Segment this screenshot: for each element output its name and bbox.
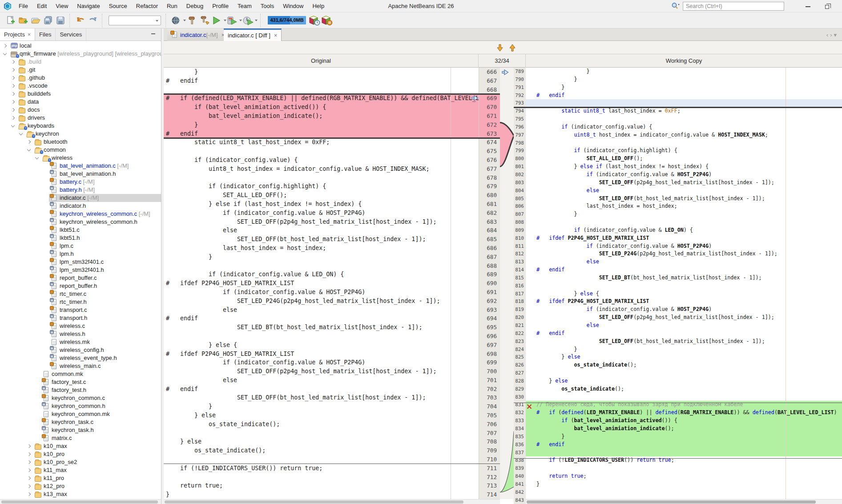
tree-item-builddefs[interactable]: builddefs [0,90,161,98]
tree-item-wireless-mk[interactable]: wireless.mk [0,338,161,346]
tree-item-bat-level-animation-c[interactable]: Cbat_level_animation.c [-/M] [0,162,161,170]
memory-usage-indicator[interactable]: 431,6/744,0MB [268,16,306,24]
configuration-combobox[interactable] [109,16,161,25]
menu-run[interactable]: Run [162,0,182,12]
tree-item--github[interactable]: .github [0,74,161,82]
tab-scroll-controls[interactable]: ‹›▾ [826,32,838,38]
menu-refactor[interactable]: Refactor [132,0,162,12]
expand-arrow-icon[interactable] [27,476,31,480]
close-icon[interactable]: × [28,32,31,38]
search-input[interactable] [683,2,784,11]
menu-edit[interactable]: Edit [32,0,51,12]
tree-item-lpm-stm32f401-c[interactable]: Clpm_stm32f401.c [0,258,161,266]
tree-item-lpm-h[interactable]: Hlpm.h [0,250,161,258]
expand-arrow-icon[interactable] [3,44,7,48]
menu-help[interactable]: Help [308,0,329,12]
tab-files[interactable]: Files [35,28,56,40]
expand-arrow-icon[interactable] [11,92,15,96]
collapse-arrow-icon[interactable] [19,132,23,135]
tree-item-bat-level-animation-h[interactable]: Hbat_level_animation.h [0,170,161,178]
menu-profile[interactable]: Profile [208,0,233,12]
open-project-button[interactable] [29,14,42,27]
search-icon[interactable] [671,2,680,9]
next-difference-button[interactable] [495,43,505,52]
new-file-button[interactable] [4,14,17,27]
tree-item-indicator-c[interactable]: Cindicator.c [-/M] [0,194,161,202]
tree-item-k10-pro[interactable]: k10_pro [0,450,161,458]
tree-item-drivers[interactable]: drivers [0,114,161,122]
tree-item-battery-c[interactable]: Cbattery.c [-/M] [0,178,161,186]
tree-item-keychron-wireless-common-h[interactable]: Hkeychron_wireless_common.h [0,218,161,226]
previous-difference-button[interactable] [507,43,518,52]
expand-arrow-icon[interactable] [27,492,31,496]
vm-pause-icon[interactable] [321,14,334,27]
tab-projects[interactable]: Projects× [0,28,35,40]
undo-button[interactable] [74,14,87,27]
collapse-arrow-icon[interactable] [11,124,15,127]
save-button[interactable] [54,14,67,27]
tree-item-wireless-config-h[interactable]: Hwireless_config.h [0,346,161,354]
debug-project-button[interactable] [226,14,239,27]
menu-file[interactable]: File [14,0,32,12]
expand-arrow-icon[interactable] [11,76,15,80]
collapse-arrow-icon[interactable] [35,156,39,159]
tree-item--build[interactable]: .build [0,58,161,66]
menu-debug[interactable]: Debug [182,0,208,12]
tree-item-k12-pro[interactable]: k12_pro [0,482,161,490]
tree-item-factory-test-c[interactable]: Cfactory_test.c [0,378,161,386]
expand-arrow-icon[interactable] [27,460,31,464]
original-hscrollbar[interactable] [164,499,500,504]
tree-item-wireless-event-type-h[interactable]: Hwireless_event_type.h [0,354,161,362]
minimize-button[interactable] [801,3,814,10]
sidebar-hscrollbar[interactable] [0,499,161,504]
tree-item-wireless-main-c[interactable]: Cwireless_main.c [0,362,161,370]
tree-item-keychron-task-c[interactable]: Ckeychron_task.c [0,418,161,426]
tree-item-keychron[interactable]: keychron [0,130,161,138]
tree-item-transport-c[interactable]: Ctransport.c [0,306,161,314]
tree-item-k11-pro[interactable]: k11_pro [0,474,161,482]
tree-item-keychron-common-c[interactable]: Ckeychron_common.c [0,394,161,402]
expand-arrow-icon[interactable] [27,484,31,488]
tree-item-lkbt51-c[interactable]: Clkbt51.c [0,226,161,234]
tree-item-common[interactable]: common [0,146,161,154]
expand-arrow-icon[interactable] [11,100,15,104]
expand-arrow-icon[interactable] [11,116,15,120]
expand-arrow-icon[interactable] [11,68,15,72]
tree-item-lkbt51-h[interactable]: Hlkbt51.h [0,234,161,242]
clean-build-project-button[interactable] [198,14,211,27]
apply-diff-arrow-icon[interactable] [471,95,479,101]
apply-diff-arrow-icon[interactable] [502,69,509,75]
collapse-arrow-icon[interactable] [3,52,7,55]
original-code-pane[interactable]: }# endif# if (defined(LED_MATRIX_ENABLE)… [164,68,479,499]
menu-team[interactable]: Team [233,0,256,12]
tree-item-factory-test-h[interactable]: Hfactory_test.h [0,386,161,394]
menu-tools[interactable]: Tools [256,0,278,12]
menu-view[interactable]: View [51,0,73,12]
tree-item-bluetooth[interactable]: bluetooth [0,138,161,146]
expand-arrow-icon[interactable] [27,468,31,472]
run-project-button[interactable] [211,14,223,27]
tree-item-rtc-timer-c[interactable]: Crtc_timer.c [0,290,161,298]
tree-item-keychron-wireless-common-c[interactable]: Ckeychron_wireless_common.c [-/M] [0,210,161,218]
tree-item--git[interactable]: .git [0,66,161,74]
working-copy-code-pane[interactable]: } } }# endif static uint8_t last_host_in… [526,68,842,499]
collapse-arrow-icon[interactable] [27,148,31,151]
tree-item-keychron-task-h[interactable]: Hkeychron_task.h [0,426,161,434]
tree-item-common-mk[interactable]: common.mk [0,370,161,378]
menu-window[interactable]: Window [278,0,308,12]
tree-item-report-buffer-h[interactable]: Hreport_buffer.h [0,282,161,290]
expand-arrow-icon[interactable] [11,84,15,88]
tree-item-indicator-h[interactable]: Hindicator.h [0,202,161,210]
tree-item-report-buffer-c[interactable]: Creport_buffer.c [0,274,161,282]
tree-item-keyboards[interactable]: keyboards [0,122,161,130]
tree-item-k13-max[interactable]: k13_max [0,490,161,498]
set-configuration-button[interactable] [170,14,183,27]
tab-services[interactable]: Services [56,28,86,40]
tree-item-qmk-firmware[interactable]: qmk_firmware [wireless_playground] [wire… [0,50,161,58]
tab-indicator-c-diff[interactable]: indicator.c [ Diff ] × [224,28,282,41]
restore-button[interactable] [822,3,835,10]
tree-item-transport-h[interactable]: Htransport.h [0,314,161,322]
tree-item-local[interactable]: phplocal [0,42,161,50]
save-all-button[interactable] [42,14,54,27]
tab-indicator-c[interactable]: C indicator.c [-/M] × [167,28,229,41]
